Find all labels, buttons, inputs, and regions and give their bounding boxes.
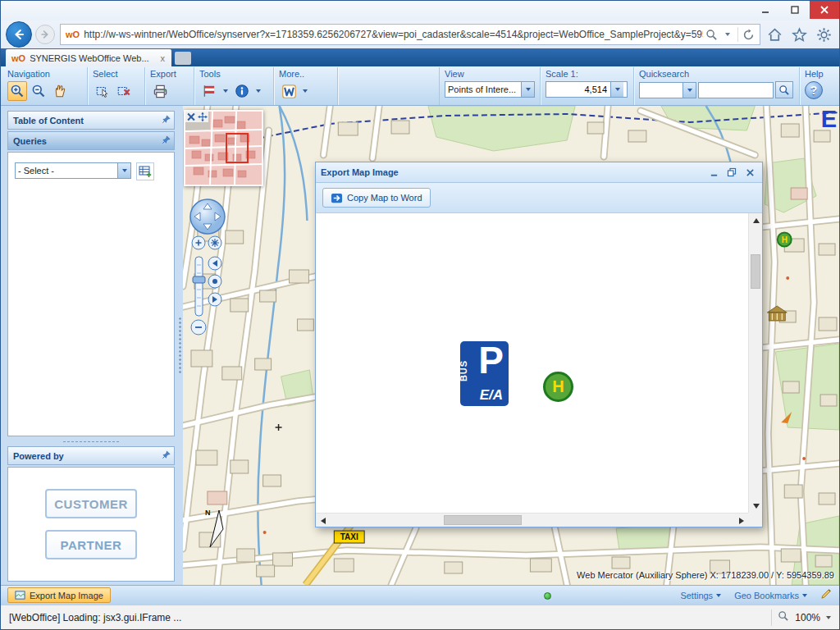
scroll-left-icon[interactable] [316,514,330,527]
pin-icon[interactable] [162,135,171,146]
dialog-vertical-scrollbar[interactable] [748,213,762,513]
overview-close-icon[interactable] [185,112,197,122]
clear-selection-tool-button[interactable] [114,81,134,101]
identify-info-tool-button[interactable] [232,81,252,101]
quicksearch-caret-icon[interactable] [682,83,696,98]
quicksearch-category-dropdown[interactable] [639,82,696,98]
settings-menu[interactable]: Settings [680,591,721,600]
vertical-scroll-thumb[interactable] [751,254,760,289]
toolbar-section-more: More.. [274,67,338,105]
map-label-e: E [821,106,837,133]
zoom-out-tool-button[interactable] [29,81,48,101]
section-label: Quicksearch [639,69,794,81]
view-dropdown-caret-icon[interactable] [521,82,534,97]
dialog-title: Export Map Image [321,167,703,177]
query-select-value: - Select - [16,166,117,176]
map-viewport[interactable]: TAXI H [183,106,839,585]
more-tools-caret-icon[interactable] [300,81,310,101]
toolbar-section-quicksearch: Quicksearch [634,67,800,105]
query-definition-button[interactable] [136,162,154,180]
dialog-close-icon[interactable] [742,166,757,179]
zoom-magnifier-icon[interactable] [778,610,789,624]
copy-map-to-word-button[interactable]: Copy Map to Word [322,188,431,208]
refresh-icon[interactable] [740,26,756,43]
query-select-dropdown[interactable]: - Select - [15,162,131,179]
select-by-rectangle-tool-button[interactable] [93,81,112,101]
pin-icon[interactable] [162,115,171,126]
tab-close-icon[interactable]: x [158,53,168,63]
zoom-slider-thumb[interactable] [193,276,205,283]
toolbar-section-tools: Tools [194,67,274,105]
sidebar-splitter[interactable] [176,106,183,585]
section-label: Tools [199,69,268,81]
overview-map[interactable] [184,110,263,186]
dialog-restore-icon[interactable] [724,166,739,179]
print-tool-button[interactable] [150,81,170,101]
window-titlebar [1,1,839,21]
panel-resize-handle[interactable] [7,438,175,445]
window-close-button[interactable] [810,1,839,19]
customer-logo[interactable]: CUSTOMER [45,489,137,518]
flag-tool-caret-icon[interactable] [221,81,231,101]
north-arrow-compass[interactable]: N [199,506,227,550]
view-dropdown[interactable]: Points of Intere... [445,81,535,98]
back-button[interactable] [6,21,32,48]
word-export-tool-button[interactable] [279,81,299,101]
queries-header[interactable]: Queries [7,131,175,150]
help-button[interactable]: ? [805,81,823,99]
address-bar-divider [737,27,738,42]
toolbar-section-export: Export [145,67,194,105]
powered-by-panel: CUSTOMER PARTNER [7,467,175,582]
section-label: Select [93,69,139,81]
redlining-flag-tool-button[interactable] [199,81,219,101]
horizontal-scroll-thumb[interactable] [444,515,522,525]
settings-gear-icon[interactable] [813,24,834,45]
home-icon[interactable] [764,24,785,45]
geo-bookmarks-menu[interactable]: Geo Bookmarks [734,591,807,600]
powered-by-header[interactable]: Powered by [7,446,175,465]
partner-logo[interactable]: PARTNER [45,530,137,559]
loading-status-text: [WebOffice] Loading: jsx3.gui.IFrame ... [9,612,181,623]
forward-button[interactable] [35,25,55,44]
window-minimize-button[interactable] [751,1,780,19]
autocomplete-caret-icon[interactable] [719,26,736,43]
scroll-down-icon[interactable] [749,499,763,513]
tab-synergis-weboffice[interactable]: wO SYNERGIS WebOffice Web... x [6,49,171,66]
dialog-minimize-icon[interactable] [706,166,721,179]
address-bar[interactable]: wO [60,24,760,45]
favorites-star-icon[interactable] [788,24,810,45]
scale-caret-icon[interactable] [610,82,623,97]
pan-hand-tool-button[interactable] [50,81,70,101]
export-map-image-dialog: Export Map Image Copy Map to Word [315,162,763,527]
quicksearch-input[interactable] [698,82,774,98]
url-input[interactable] [84,29,703,40]
export-dialog-task-button[interactable]: Export Map Image [7,587,111,603]
quicksearch-button[interactable] [775,81,793,98]
dialog-horizontal-scrollbar[interactable] [316,513,748,527]
scroll-up-icon[interactable] [749,213,763,227]
word-arrow-icon [331,192,343,204]
scale-input[interactable] [546,82,610,97]
tab-favicon: wO [11,53,25,63]
zoom-in-tool-button[interactable] [7,81,27,101]
overview-move-icon[interactable] [197,112,208,122]
new-tab-button[interactable] [175,52,191,65]
info-tool-caret-icon[interactable] [253,81,263,101]
query-select-caret-icon[interactable] [117,163,130,178]
edit-pencil-icon[interactable] [820,587,833,603]
pin-icon[interactable] [162,450,171,461]
map-navigation-control[interactable] [188,198,227,350]
search-icon[interactable] [703,26,719,43]
section-label: Navigation [7,69,82,81]
coordinate-readout: Web Mercator (Auxiliary Sphere) X: 17182… [577,570,834,580]
section-label: Scale 1: [546,69,628,81]
window-maximize-button[interactable] [780,1,810,19]
zoom-caret-icon[interactable] [826,616,831,619]
dialog-titlebar[interactable]: Export Map Image [316,162,762,183]
map-image-icon [15,590,25,600]
browser-zoom-level[interactable]: 100% [795,612,820,623]
scale-combobox[interactable] [546,81,628,98]
table-of-content-header[interactable]: Table of Content [7,111,175,130]
zoom-slider-track[interactable] [195,257,203,316]
scroll-right-icon[interactable] [734,514,748,527]
